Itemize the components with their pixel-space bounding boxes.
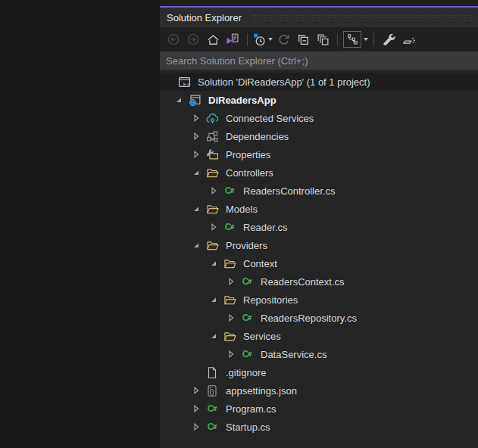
sync-with-active-document-button[interactable] bbox=[223, 30, 242, 48]
back-button[interactable] bbox=[164, 30, 183, 48]
tree-item-label: Connected Services bbox=[226, 113, 314, 124]
csharp-file-icon: C# bbox=[205, 403, 220, 415]
expander-collapsed-icon[interactable] bbox=[223, 275, 239, 288]
expander-expanded-icon[interactable] bbox=[205, 294, 222, 306]
tree-item-label: ReadersController.cs bbox=[243, 185, 335, 197]
folder-open-icon bbox=[205, 239, 220, 251]
tree-item-providers[interactable]: Providers bbox=[160, 236, 478, 254]
home-icon bbox=[207, 33, 220, 46]
tree-item-repositories[interactable]: Repositories bbox=[160, 291, 478, 309]
panel-title: Solution Explorer bbox=[167, 12, 242, 23]
json-file-icon: () bbox=[205, 384, 220, 397]
sync-active-document-icon bbox=[226, 33, 239, 46]
expander-expanded-icon[interactable] bbox=[188, 239, 205, 251]
svg-text:(): () bbox=[210, 387, 214, 395]
collapse-all-icon bbox=[297, 33, 310, 46]
tree-item-readerscontroller-cs[interactable]: C#ReadersController.cs bbox=[160, 182, 478, 200]
expander-collapsed-icon[interactable] bbox=[223, 348, 239, 360]
tree-item-label: Program.cs bbox=[226, 403, 276, 415]
tree-item-readerscontext-cs[interactable]: C#ReadersContext.cs bbox=[160, 272, 478, 291]
tree-item-program-cs[interactable]: C#Program.cs bbox=[160, 400, 478, 418]
pending-changes-filter-icon bbox=[253, 33, 266, 46]
expander-collapsed-icon[interactable] bbox=[188, 421, 205, 433]
tree-item-reader-cs[interactable]: C#Reader.cs bbox=[160, 218, 478, 236]
toolbar-separator bbox=[247, 33, 248, 46]
tree-item-dependencies[interactable]: Dependencies bbox=[160, 127, 478, 145]
expander-collapsed-icon[interactable] bbox=[205, 221, 222, 233]
tree-item-label: Startup.cs bbox=[226, 422, 270, 433]
expander-expanded-icon[interactable] bbox=[205, 330, 222, 342]
expander-expanded-icon[interactable] bbox=[170, 94, 187, 106]
expander-collapsed-icon[interactable] bbox=[188, 130, 205, 142]
panel-titlebar[interactable]: Solution Explorer bbox=[160, 8, 478, 27]
folder-open-icon bbox=[205, 166, 220, 179]
expander-collapsed-icon[interactable] bbox=[205, 185, 222, 197]
expander-expanded-icon[interactable] bbox=[188, 166, 205, 179]
tree-item-solution-direadersapp-1-of-1-project[interactable]: Solution 'DiReadersApp' (1 of 1 project) bbox=[160, 73, 478, 91]
csharp-file-icon: C# bbox=[239, 312, 255, 324]
tree-item-label: Models bbox=[226, 204, 258, 215]
folder-open-icon bbox=[222, 330, 237, 342]
forward-icon bbox=[187, 33, 199, 45]
properties-button[interactable] bbox=[380, 30, 398, 48]
tree-item-label: ReadersRepository.cs bbox=[261, 313, 357, 324]
expander-expanded-icon[interactable] bbox=[205, 257, 222, 269]
expander-spacer bbox=[188, 366, 205, 378]
tree-item-dataservice-cs[interactable]: C#DataService.cs bbox=[160, 345, 478, 363]
tree-item-models[interactable]: Models bbox=[160, 200, 478, 218]
forward-button[interactable] bbox=[184, 30, 202, 48]
tree-item-gitignore[interactable]: .gitignore bbox=[160, 363, 478, 381]
file-icon bbox=[205, 366, 220, 378]
collapse-all-button[interactable] bbox=[294, 30, 312, 48]
tree-item-properties[interactable]: Properties bbox=[160, 145, 478, 163]
solution-explorer-panel: Solution Explorer Solution 'DiReadersApp… bbox=[160, 0, 478, 448]
drag-grip-texture bbox=[250, 14, 476, 21]
tree-item-label: Services bbox=[243, 331, 281, 342]
project-icon bbox=[187, 94, 202, 106]
tree-item-context[interactable]: Context bbox=[160, 254, 478, 272]
tree-item-label: appsettings.json bbox=[226, 385, 297, 397]
folder-open-icon bbox=[205, 203, 220, 215]
toolbar bbox=[160, 27, 478, 51]
dependencies-icon bbox=[205, 130, 220, 142]
expander-expanded-icon[interactable] bbox=[188, 203, 205, 215]
properties-icon bbox=[205, 148, 220, 160]
refresh-icon bbox=[277, 33, 290, 46]
tree-item-appsettings-json[interactable]: ()appsettings.json bbox=[160, 381, 478, 400]
tree-item-startup-cs[interactable]: C#Startup.cs bbox=[160, 418, 478, 436]
file-nesting-button[interactable] bbox=[343, 30, 368, 48]
tree-item-connected-services[interactable]: Connected Services bbox=[160, 109, 478, 127]
pending-changes-filter-button[interactable] bbox=[253, 30, 273, 48]
tree-item-label: ReadersContext.cs bbox=[261, 276, 345, 288]
toolbar-separator bbox=[373, 33, 374, 46]
tree-item-direadersapp[interactable]: DiReadersApp bbox=[160, 91, 478, 109]
expander-collapsed-icon[interactable] bbox=[188, 403, 205, 415]
expander-collapsed-icon[interactable] bbox=[223, 312, 239, 324]
home-button[interactable] bbox=[204, 30, 222, 48]
expander-collapsed-icon[interactable] bbox=[188, 384, 205, 397]
tree-item-label: Reader.cs bbox=[243, 222, 288, 233]
csharp-file-icon: C# bbox=[222, 221, 237, 233]
refresh-button[interactable] bbox=[274, 30, 292, 48]
tree-item-label: Context bbox=[243, 258, 277, 269]
panel-top-strip bbox=[160, 0, 478, 6]
show-all-files-button[interactable] bbox=[314, 30, 332, 48]
tree-item-label: Providers bbox=[226, 240, 267, 251]
file-nesting-icon bbox=[346, 33, 358, 45]
connected-services-icon bbox=[205, 112, 220, 124]
search-input[interactable] bbox=[160, 51, 478, 70]
file-nesting-box bbox=[343, 31, 361, 48]
folder-open-icon bbox=[222, 257, 237, 269]
tree-item-services[interactable]: Services bbox=[160, 327, 478, 345]
tree-item-readersrepository-cs[interactable]: C#ReadersRepository.cs bbox=[160, 309, 478, 327]
csharp-file-icon: C# bbox=[239, 275, 255, 288]
dropdown-caret-icon bbox=[268, 38, 273, 41]
expander-collapsed-icon[interactable] bbox=[188, 112, 205, 124]
back-icon bbox=[167, 33, 180, 45]
csharp-file-icon: C# bbox=[239, 348, 255, 360]
tree-item-label: Properties bbox=[226, 149, 270, 160]
preview-selected-items-button[interactable] bbox=[399, 30, 417, 48]
expander-collapsed-icon[interactable] bbox=[188, 148, 205, 160]
tree-item-label: DataService.cs bbox=[261, 349, 326, 360]
tree-item-controllers[interactable]: Controllers bbox=[160, 163, 478, 182]
